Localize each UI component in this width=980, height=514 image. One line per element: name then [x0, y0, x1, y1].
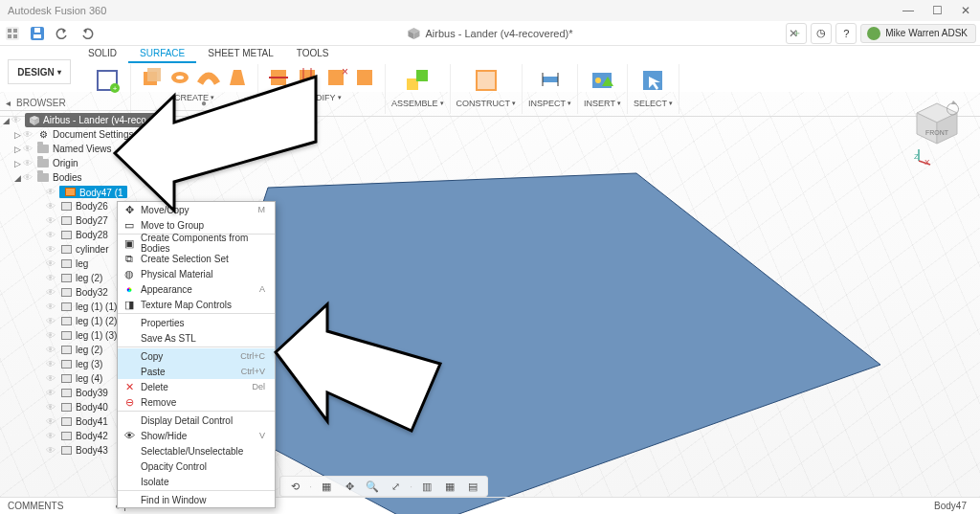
zoom-icon[interactable]: 🔍	[364, 478, 381, 495]
visibility-eye-icon[interactable]: 👁	[46, 359, 59, 369]
undo-button[interactable]	[50, 21, 75, 46]
help-button[interactable]: ?	[835, 23, 857, 44]
visibility-eye-icon[interactable]: 👁	[46, 388, 59, 398]
visibility-eye-icon[interactable]: 👁	[23, 144, 36, 154]
expand-triangle-icon[interactable]: ▷	[11, 130, 23, 140]
svg-rect-7	[33, 34, 41, 38]
comments-label[interactable]: COMMENTS	[8, 501, 63, 511]
visibility-eye-icon[interactable]: 👁	[46, 373, 59, 384]
window-close[interactable]: ✕	[951, 0, 980, 21]
browser-title: BROWSER	[16, 98, 66, 108]
menu-item-shortcut: A	[259, 284, 269, 294]
menu-item[interactable]: 👁Show/HideV	[118, 428, 275, 443]
view-cube[interactable]: FRONT Z X	[911, 100, 963, 151]
visibility-eye-icon[interactable]: 👁	[46, 201, 59, 212]
assemble-group-label[interactable]: ASSEMBLE	[391, 99, 444, 108]
orbit-icon[interactable]: ⟲	[286, 478, 303, 495]
svg-rect-32	[543, 77, 558, 82]
construct-icon[interactable]	[470, 64, 502, 97]
surface-icon	[63, 186, 77, 197]
visibility-eye-icon[interactable]: 👁	[46, 302, 59, 312]
expand-triangle-icon[interactable]: ◢	[0, 116, 11, 125]
data-panel-button[interactable]: ◷	[811, 23, 832, 44]
menu-item-label: Properties	[141, 318, 269, 328]
expand-triangle-icon[interactable]: ◢	[11, 173, 23, 183]
visibility-eye-icon[interactable]: 👁	[46, 287, 59, 298]
visibility-eye-icon[interactable]: 👁	[23, 129, 36, 140]
visibility-eye-icon[interactable]: 👁	[46, 316, 59, 326]
menu-item[interactable]: ⊖Remove	[118, 394, 275, 410]
tree-node-label: Bodies	[53, 172, 82, 183]
inspect-group-label[interactable]: INSPECT	[528, 99, 571, 108]
insert-group-label[interactable]: INSERT	[584, 99, 621, 108]
insert-icon[interactable]	[586, 64, 618, 97]
look-icon[interactable]: ▦	[318, 478, 335, 495]
visibility-eye-icon[interactable]: 👁	[23, 158, 36, 168]
tab-sheet-metal[interactable]: SHEET METAL	[196, 46, 285, 63]
window-minimize[interactable]: —	[894, 0, 923, 21]
menu-item[interactable]: Properties	[118, 315, 275, 330]
redo-button[interactable]	[75, 21, 100, 46]
tree-node-label: Body32	[76, 287, 108, 298]
visibility-eye-icon[interactable]: 👁	[46, 402, 59, 413]
menu-item[interactable]: Display Detail Control	[118, 413, 275, 428]
tree-node-label: leg	[76, 258, 88, 269]
fit-icon[interactable]: ⤢	[387, 478, 404, 495]
document-tab[interactable]: Airbus - Lander (v4-recovered)*	[407, 27, 572, 40]
visibility-eye-icon[interactable]: 👁	[46, 258, 59, 269]
user-account-button[interactable]: Mike Warren ADSK	[860, 24, 976, 43]
display-icon[interactable]: ▥	[418, 478, 435, 495]
menu-item-label: Isolate	[141, 477, 269, 487]
select-icon[interactable]	[636, 64, 669, 97]
inspect-icon[interactable]	[534, 64, 567, 97]
menu-item[interactable]: ▣Create Components from Bodies	[118, 235, 275, 251]
tab-tools[interactable]: TOOLS	[285, 46, 341, 63]
visibility-eye-icon[interactable]: 👁	[46, 431, 59, 441]
collapse-triangle-icon[interactable]: ◂	[6, 98, 11, 108]
menu-item[interactable]: Selectable/Unselectable	[118, 443, 275, 458]
menu-item-label: Copy	[141, 351, 240, 362]
select-group-label[interactable]: SELECT	[634, 99, 673, 108]
visibility-eye-icon[interactable]: 👁	[46, 416, 59, 427]
visibility-eye-icon[interactable]: 👁	[46, 273, 59, 283]
assemble-icon[interactable]	[401, 64, 434, 97]
file-save-button[interactable]	[25, 21, 50, 46]
title-bar: Autodesk Fusion 360 — ☐ ✕	[0, 0, 980, 21]
menu-item[interactable]: Isolate	[118, 474, 275, 489]
expand-triangle-icon[interactable]: ▷	[11, 145, 23, 154]
menu-item[interactable]: PasteCtrl+V	[118, 364, 275, 379]
visibility-eye-icon[interactable]: 👁	[46, 215, 59, 226]
menu-item[interactable]: Opacity Control	[118, 458, 275, 474]
visibility-eye-icon[interactable]: 👁	[46, 330, 59, 341]
menu-item[interactable]: ●AppearanceA	[118, 281, 275, 297]
menu-item[interactable]: ⧉Create Selection Set	[118, 251, 275, 266]
viewport-icon[interactable]: ▤	[464, 478, 481, 495]
visibility-eye-icon[interactable]: 👁	[46, 345, 59, 355]
menu-item[interactable]: Save As STL	[118, 330, 275, 346]
visibility-eye-icon[interactable]: 👁	[46, 230, 59, 240]
document-close-button[interactable]: ✕	[789, 27, 798, 40]
app-menu-button[interactable]	[0, 21, 25, 46]
visibility-eye-icon[interactable]: 👁	[46, 187, 59, 197]
visibility-eye-icon[interactable]: 👁	[46, 244, 59, 255]
menu-item[interactable]: Find in Window	[118, 492, 275, 507]
visibility-eye-icon[interactable]: 👁	[11, 115, 25, 125]
grid-icon[interactable]: ▦	[441, 478, 458, 495]
tab-surface[interactable]: SURFACE	[128, 46, 196, 63]
visibility-eye-icon[interactable]: 👁	[23, 172, 36, 183]
construct-group-label[interactable]: CONSTRUCT	[457, 99, 517, 108]
menu-item[interactable]: ✕DeleteDel	[118, 379, 275, 394]
menu-item[interactable]: ◨Texture Map Controls	[118, 297, 275, 312]
expand-triangle-icon[interactable]: ▷	[11, 159, 23, 168]
modify3-icon[interactable]: ×	[323, 64, 349, 91]
pan-icon[interactable]: ✥	[341, 478, 358, 495]
surface-icon	[59, 359, 73, 370]
tab-solid[interactable]: SOLID	[77, 46, 128, 63]
tree-node-label: leg (1) (1)	[76, 302, 117, 312]
menu-item[interactable]: ◍Physical Material	[118, 266, 275, 281]
visibility-eye-icon[interactable]: 👁	[46, 445, 59, 456]
modify4-icon[interactable]	[351, 64, 378, 91]
window-maximize[interactable]: ☐	[923, 0, 951, 21]
workspace-switcher[interactable]: DESIGN▾	[8, 59, 71, 84]
menu-item[interactable]: CopyCtrl+C	[118, 348, 275, 364]
